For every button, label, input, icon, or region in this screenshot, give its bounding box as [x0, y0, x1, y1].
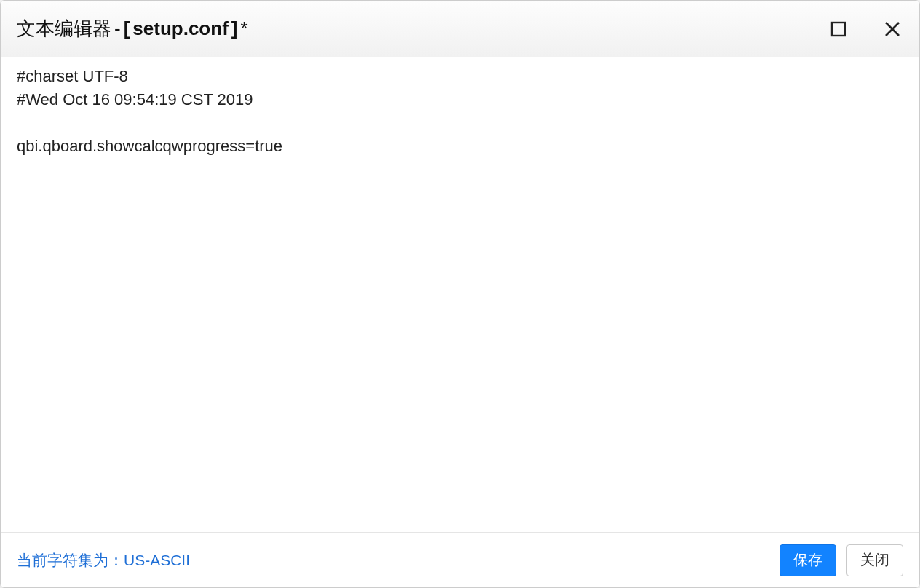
maximize-button[interactable]	[826, 17, 851, 41]
file-name: setup.conf	[132, 17, 228, 40]
title-separator: -	[114, 17, 121, 40]
close-window-button[interactable]	[880, 17, 905, 41]
maximize-icon	[830, 21, 846, 37]
title-bar: 文本编辑器 - [ setup.conf ] *	[1, 1, 919, 57]
charset-value: US-ASCII	[124, 552, 190, 569]
charset-label: 当前字符集为：	[17, 550, 124, 571]
save-button-label: 保存	[793, 550, 822, 570]
save-button[interactable]: 保存	[780, 544, 836, 576]
close-icon	[884, 20, 901, 38]
charset-info: 当前字符集为： US-ASCII	[17, 550, 769, 571]
close-button[interactable]: 关闭	[846, 544, 903, 576]
window-title: 文本编辑器 - [ setup.conf ] *	[17, 16, 248, 41]
file-bracket-open: [	[124, 17, 130, 40]
file-bracket-close: ]	[231, 17, 238, 40]
text-editor-content[interactable]: #charset UTF-8 #Wed Oct 16 09:54:19 CST …	[1, 57, 919, 532]
close-button-label: 关闭	[860, 550, 889, 570]
svg-rect-0	[832, 23, 845, 36]
app-name: 文本编辑器	[17, 16, 111, 41]
window-controls	[826, 1, 905, 57]
dirty-indicator: *	[240, 17, 247, 40]
footer-bar: 当前字符集为： US-ASCII 保存 关闭	[1, 532, 919, 587]
